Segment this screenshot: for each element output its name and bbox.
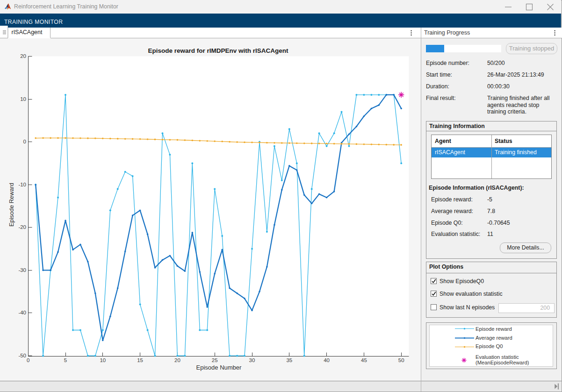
svg-text:-30: -30: [18, 267, 26, 273]
svg-text:35: 35: [286, 357, 292, 363]
svg-text:Episode Reward: Episode Reward: [8, 183, 15, 227]
svg-text:50: 50: [398, 357, 404, 363]
svg-text:30: 30: [249, 357, 255, 363]
svg-text:-40: -40: [18, 310, 26, 315]
svg-text:-10: -10: [18, 182, 26, 187]
svg-text:10: 10: [100, 357, 106, 363]
svg-text:-50: -50: [18, 353, 26, 358]
svg-text:10: 10: [20, 96, 26, 102]
svg-text:15: 15: [137, 357, 143, 363]
svg-text:5: 5: [64, 357, 67, 363]
svg-text:20: 20: [174, 357, 180, 363]
svg-text:20: 20: [20, 53, 26, 59]
svg-text:25: 25: [212, 357, 218, 363]
svg-text:40: 40: [324, 357, 330, 363]
svg-text:-20: -20: [18, 224, 26, 230]
svg-text:45: 45: [361, 357, 367, 363]
svg-text:Episode reward for rIMDPEnv wi: Episode reward for rIMDPEnv with rISACAg…: [148, 47, 288, 54]
svg-text:Episode Number: Episode Number: [196, 364, 242, 371]
svg-text:0: 0: [23, 139, 26, 144]
svg-text:0: 0: [27, 357, 29, 363]
